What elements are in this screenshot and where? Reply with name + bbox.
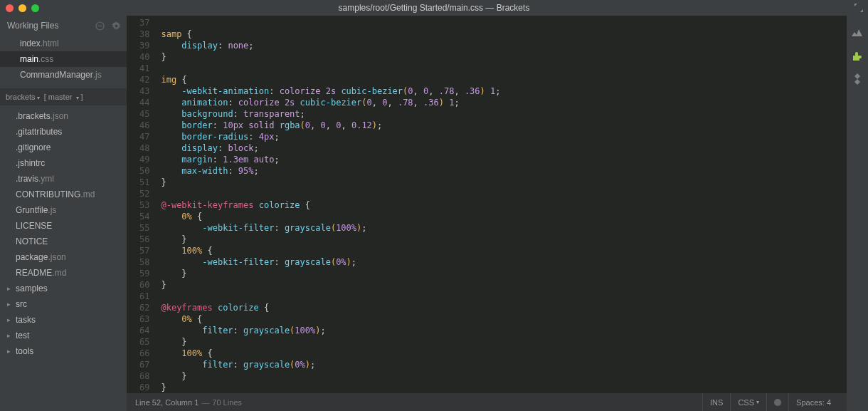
code-line[interactable]: background: transparent; bbox=[161, 108, 847, 120]
tree-file[interactable]: Gruntfile.js bbox=[0, 202, 127, 218]
tree-folder[interactable]: src bbox=[0, 296, 127, 312]
code-line[interactable]: } bbox=[161, 382, 847, 393]
tree-folder[interactable]: tools bbox=[0, 343, 127, 359]
fullscreen-icon[interactable] bbox=[854, 3, 864, 13]
gear-icon[interactable] bbox=[112, 21, 121, 31]
code-line[interactable] bbox=[161, 63, 847, 74]
tree-file[interactable]: package.json bbox=[0, 249, 127, 265]
code-area[interactable]: samp { display: none;} img { -webkit-ani… bbox=[155, 16, 847, 393]
tree-folder[interactable]: test bbox=[0, 328, 127, 343]
line-number: 44 bbox=[139, 97, 149, 108]
tree-item-ext: .yml bbox=[38, 174, 54, 184]
code-line[interactable]: display: none; bbox=[161, 40, 847, 51]
project-dropdown[interactable]: brackets▾ bbox=[6, 93, 40, 101]
code-line[interactable]: } bbox=[161, 51, 847, 63]
code-line[interactable]: margin: 1.3em auto; bbox=[161, 154, 847, 165]
working-file-item[interactable]: CommandManager.js bbox=[0, 67, 127, 83]
sidebar: Working Files index.htmlmain.cssCommandM… bbox=[0, 16, 127, 411]
working-files-label: Working Files bbox=[7, 21, 58, 31]
working-file-item[interactable]: index.html bbox=[0, 36, 127, 51]
line-gutter: 3738394041424344454647484950515253545556… bbox=[127, 16, 155, 393]
tree-file[interactable]: LICENSE bbox=[0, 218, 127, 234]
tree-item-base: .gitattributes bbox=[16, 127, 62, 137]
code-line[interactable]: border-radius: 4px; bbox=[161, 131, 847, 142]
code-line[interactable] bbox=[161, 188, 847, 199]
plugin-icon[interactable] bbox=[851, 73, 864, 85]
window-title: samples/root/Getting Started/main.css — … bbox=[0, 3, 868, 13]
linting-status[interactable] bbox=[766, 393, 788, 411]
code-line[interactable]: } bbox=[161, 279, 847, 291]
indent-setting[interactable]: Spaces: 4 bbox=[788, 393, 838, 411]
main: Working Files index.htmlmain.cssCommandM… bbox=[0, 16, 868, 411]
live-preview-icon[interactable] bbox=[851, 27, 864, 40]
code-line[interactable]: } bbox=[161, 177, 847, 188]
tree-item-base: src bbox=[16, 299, 27, 309]
working-file-item[interactable]: main.css bbox=[0, 51, 127, 67]
code-line[interactable]: max-width: 95%; bbox=[161, 165, 847, 177]
tree-file[interactable]: CONTRIBUTING.md bbox=[0, 187, 127, 202]
line-number: 54 bbox=[139, 211, 149, 222]
code-line[interactable]: filter: grayscale(100%); bbox=[161, 325, 847, 336]
tree-item-base: test bbox=[16, 331, 29, 340]
code-line[interactable]: 0% { bbox=[161, 211, 847, 222]
code-line[interactable]: 100% { bbox=[161, 245, 847, 256]
tree-folder[interactable]: samples bbox=[0, 281, 127, 296]
code-line[interactable]: @-webkit-keyframes colorize { bbox=[161, 199, 847, 211]
insert-mode[interactable]: INS bbox=[702, 393, 730, 411]
code-line[interactable]: animation: colorize 2s cubic-bezier(0, 0… bbox=[161, 97, 847, 108]
tree-file[interactable]: .brackets.json bbox=[0, 108, 127, 124]
editor[interactable]: 3738394041424344454647484950515253545556… bbox=[127, 16, 847, 393]
close-window-button[interactable] bbox=[6, 4, 14, 12]
file-base: index bbox=[20, 38, 41, 48]
tree-item-base: Gruntfile bbox=[16, 205, 48, 215]
code-line[interactable]: -webkit-animation: colorize 2s cubic-bez… bbox=[161, 85, 847, 97]
code-line[interactable]: 0% { bbox=[161, 313, 847, 325]
tree-item-base: tools bbox=[16, 346, 33, 356]
cursor-position[interactable]: Line 52, Column 1 bbox=[135, 398, 199, 407]
code-line[interactable]: -webkit-filter: grayscale(0%); bbox=[161, 256, 847, 268]
tree-file[interactable]: NOTICE bbox=[0, 234, 127, 249]
tree-item-base: LICENSE bbox=[16, 221, 52, 231]
tree-item-base: tasks bbox=[16, 315, 36, 325]
line-number: 49 bbox=[139, 154, 149, 165]
code-line[interactable]: @keyframes colorize { bbox=[161, 302, 847, 313]
file-ext: .html bbox=[41, 38, 59, 48]
tree-item-ext: .json bbox=[48, 252, 65, 262]
editor-pane: 3738394041424344454647484950515253545556… bbox=[127, 16, 847, 411]
branch-dropdown[interactable]: [ master ▾ ] bbox=[44, 93, 83, 101]
line-number: 39 bbox=[139, 40, 149, 51]
tree-file[interactable]: .travis.yml bbox=[0, 171, 127, 187]
code-line[interactable]: } bbox=[161, 234, 847, 245]
code-line[interactable]: border: 10px solid rgba(0, 0, 0, 0.12); bbox=[161, 120, 847, 131]
tree-file[interactable]: .gitignore bbox=[0, 140, 127, 155]
code-line[interactable]: -webkit-filter: grayscale(100%); bbox=[161, 222, 847, 234]
language-mode[interactable]: CSS ▾ bbox=[730, 393, 766, 411]
tree-item-base: samples bbox=[16, 283, 48, 293]
line-number: 56 bbox=[139, 234, 149, 245]
tree-item-ext: .md bbox=[80, 189, 95, 199]
code-line[interactable]: samp { bbox=[161, 28, 847, 40]
code-line[interactable]: } bbox=[161, 268, 847, 279]
tree-item-ext: .js bbox=[48, 205, 56, 215]
tree-file[interactable]: README.md bbox=[0, 265, 127, 281]
code-line[interactable]: display: block; bbox=[161, 142, 847, 154]
close-others-icon[interactable] bbox=[95, 21, 105, 31]
code-line[interactable]: img { bbox=[161, 74, 847, 85]
extension-manager-icon[interactable] bbox=[851, 50, 864, 63]
line-number: 38 bbox=[139, 28, 149, 40]
tree-file[interactable]: .gitattributes bbox=[0, 124, 127, 140]
code-line[interactable] bbox=[161, 17, 847, 28]
code-line[interactable] bbox=[161, 291, 847, 302]
code-line[interactable]: 100% { bbox=[161, 348, 847, 359]
line-number: 58 bbox=[139, 256, 149, 268]
line-number: 51 bbox=[139, 177, 149, 188]
minimize-window-button[interactable] bbox=[18, 4, 26, 12]
zoom-window-button[interactable] bbox=[31, 4, 39, 12]
code-line[interactable]: } bbox=[161, 336, 847, 348]
tree-file[interactable]: .jshintrc bbox=[0, 155, 127, 171]
line-number: 41 bbox=[139, 63, 149, 74]
code-line[interactable]: } bbox=[161, 370, 847, 382]
code-line[interactable]: filter: grayscale(0%); bbox=[161, 359, 847, 370]
line-number: 61 bbox=[139, 291, 149, 302]
tree-folder[interactable]: tasks bbox=[0, 312, 127, 328]
